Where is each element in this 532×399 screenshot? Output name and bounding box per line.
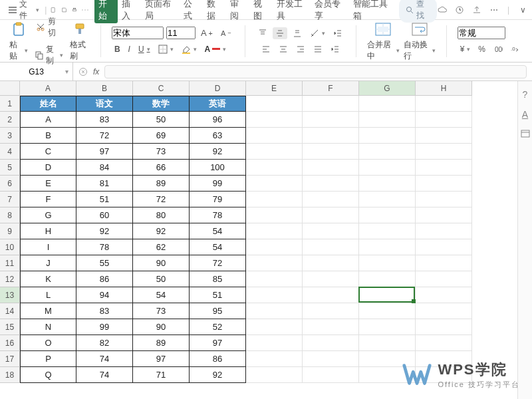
col-header[interactable]: E: [246, 81, 303, 96]
decrease-indent-button[interactable]: [331, 27, 345, 39]
cell[interactable]: [246, 192, 303, 207]
cell[interactable]: [416, 207, 472, 223]
cell[interactable]: [303, 239, 359, 255]
col-header[interactable]: D: [190, 81, 246, 96]
cell[interactable]: 97: [133, 351, 190, 367]
currency-button[interactable]: ¥▾: [458, 43, 473, 55]
underline-button[interactable]: U▾: [136, 43, 153, 55]
cell[interactable]: 92: [76, 223, 133, 239]
cell[interactable]: [303, 192, 359, 207]
cell[interactable]: 71: [133, 367, 190, 383]
tab-1[interactable]: 插入: [118, 0, 141, 25]
tab-6[interactable]: 视图: [249, 0, 273, 25]
cell[interactable]: [246, 96, 303, 112]
decrease-decimal-button[interactable]: .0: [508, 43, 523, 55]
wrap-text-icon[interactable]: [411, 21, 428, 38]
row-header[interactable]: 17: [0, 351, 20, 367]
cell[interactable]: [246, 303, 303, 319]
cell[interactable]: [303, 367, 359, 383]
cell[interactable]: [416, 335, 472, 351]
cell[interactable]: [246, 255, 303, 271]
cell[interactable]: 60: [76, 207, 133, 223]
justify-button[interactable]: [311, 43, 325, 55]
cell[interactable]: J: [20, 255, 76, 271]
cell[interactable]: 72: [190, 255, 246, 271]
cell[interactable]: 97: [190, 335, 246, 351]
paste-label[interactable]: 粘贴: [9, 39, 21, 62]
cell[interactable]: G: [20, 207, 76, 223]
bold-button[interactable]: B: [112, 43, 123, 55]
cell[interactable]: [303, 303, 359, 319]
cell[interactable]: [359, 96, 416, 112]
col-header[interactable]: H: [416, 81, 472, 96]
cell[interactable]: 数学: [133, 96, 190, 112]
cell[interactable]: 英语: [190, 96, 246, 112]
tab-0[interactable]: 开始: [94, 0, 118, 23]
cell[interactable]: [359, 271, 416, 287]
cancel-icon[interactable]: [78, 67, 88, 76]
cell[interactable]: [359, 160, 416, 176]
row-header[interactable]: 15: [0, 319, 20, 335]
paste-icon[interactable]: [10, 21, 27, 38]
cell[interactable]: [303, 207, 359, 223]
cell[interactable]: 82: [76, 335, 133, 351]
cell[interactable]: [246, 335, 303, 351]
align-center-button[interactable]: [276, 43, 291, 55]
sync-icon[interactable]: [454, 5, 465, 15]
comma-style-button[interactable]: 000: [491, 43, 505, 55]
border-button[interactable]: ▾: [156, 43, 176, 55]
row-header[interactable]: 11: [0, 255, 20, 271]
cell[interactable]: [416, 128, 472, 144]
cell[interactable]: [359, 144, 416, 160]
cell[interactable]: [303, 176, 359, 192]
cell[interactable]: [359, 255, 416, 271]
cell[interactable]: 52: [190, 319, 246, 335]
align-bottom-button[interactable]: [290, 27, 305, 39]
cell[interactable]: 62: [133, 239, 190, 255]
cell[interactable]: 姓名: [20, 96, 76, 112]
cell[interactable]: [416, 112, 472, 128]
cell[interactable]: N: [20, 319, 76, 335]
cell[interactable]: [416, 144, 472, 160]
format-painter-icon[interactable]: [71, 21, 88, 38]
cell[interactable]: 73: [133, 144, 190, 160]
panel-icon[interactable]: [521, 129, 530, 138]
cell[interactable]: P: [20, 351, 76, 367]
cell[interactable]: 99: [190, 176, 246, 192]
cell[interactable]: 73: [133, 303, 190, 319]
cell[interactable]: 97: [76, 144, 133, 160]
cell[interactable]: 83: [76, 112, 133, 128]
cloud-icon[interactable]: [437, 5, 448, 15]
cell[interactable]: 96: [190, 112, 246, 128]
cell[interactable]: [303, 128, 359, 144]
row-header[interactable]: 8: [0, 207, 20, 223]
cell[interactable]: [416, 303, 472, 319]
help-icon[interactable]: ?: [523, 89, 528, 100]
row-header[interactable]: 6: [0, 176, 20, 192]
cell[interactable]: 89: [133, 176, 190, 192]
cell[interactable]: [359, 112, 416, 128]
cell[interactable]: 90: [133, 255, 190, 271]
cell[interactable]: [246, 287, 303, 303]
cell[interactable]: [303, 255, 359, 271]
align-middle-button[interactable]: [273, 27, 287, 39]
spreadsheet-grid[interactable]: ABCDEFGH 123456789101112131415161718 姓名语…: [0, 81, 532, 399]
cell[interactable]: [246, 239, 303, 255]
align-right-button[interactable]: [293, 43, 308, 55]
col-header[interactable]: A: [20, 81, 76, 96]
cell[interactable]: [416, 319, 472, 335]
cell[interactable]: [303, 351, 359, 367]
col-header[interactable]: C: [133, 81, 190, 96]
cell[interactable]: 54: [190, 239, 246, 255]
cell[interactable]: 92: [190, 144, 246, 160]
cell[interactable]: [359, 176, 416, 192]
row-header[interactable]: 12: [0, 271, 20, 287]
row-header[interactable]: 18: [0, 367, 20, 383]
row-header[interactable]: 14: [0, 303, 20, 319]
cell[interactable]: 78: [76, 239, 133, 255]
new-doc-icon[interactable]: [48, 5, 59, 15]
cut-button[interactable]: 剪切: [32, 15, 66, 40]
cell[interactable]: E: [20, 176, 76, 192]
cell[interactable]: [416, 255, 472, 271]
cell[interactable]: 79: [190, 192, 246, 207]
